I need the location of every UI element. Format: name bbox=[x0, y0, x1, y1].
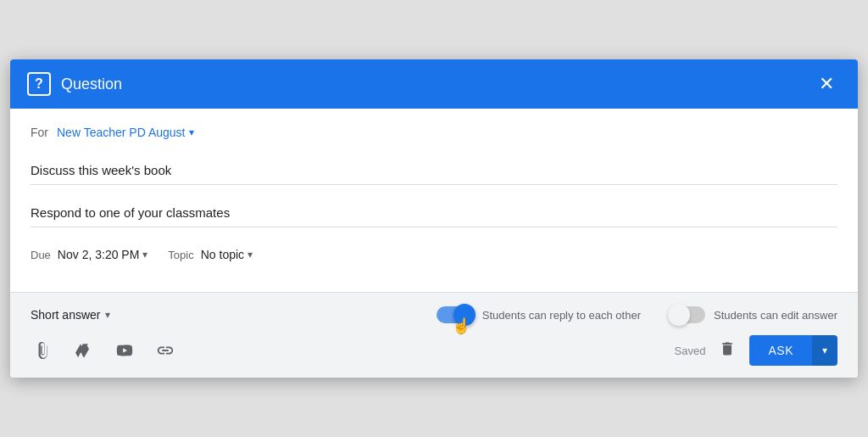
ask-dropdown-button[interactable]: ▾ bbox=[812, 335, 837, 366]
for-value-text: New Teacher PD August bbox=[57, 126, 186, 139]
answer-type-arrow: ▾ bbox=[105, 309, 110, 321]
footer-top: Short answer ▾ ☝ Students can reply to e… bbox=[31, 305, 837, 325]
attach-icons bbox=[31, 338, 178, 363]
delete-button[interactable] bbox=[715, 337, 739, 365]
saved-status: Saved bbox=[675, 345, 706, 357]
for-selector[interactable]: New Teacher PD August ▾ bbox=[57, 126, 194, 139]
edit-toggle[interactable] bbox=[668, 305, 705, 325]
header-left: ? Question bbox=[27, 72, 122, 96]
drive-icon bbox=[75, 341, 93, 360]
for-dropdown-arrow: ▾ bbox=[189, 126, 194, 138]
edit-toggle-label: Students can edit answer bbox=[714, 309, 837, 322]
question-instructions-input[interactable] bbox=[31, 199, 837, 227]
topic-label: Topic bbox=[168, 249, 193, 261]
attachment-button[interactable] bbox=[31, 338, 56, 363]
edit-toggle-thumb bbox=[668, 304, 690, 326]
footer-actions: Saved ASK ▾ bbox=[675, 335, 837, 366]
due-dropdown-arrow: ▾ bbox=[142, 249, 147, 261]
ask-dropdown-arrow: ▾ bbox=[822, 345, 827, 356]
meta-row: Due Nov 2, 3:20 PM ▾ Topic No topic ▾ bbox=[31, 248, 837, 275]
question-title-input[interactable] bbox=[31, 156, 837, 185]
youtube-button[interactable] bbox=[112, 338, 137, 363]
drive-button[interactable] bbox=[71, 338, 97, 363]
ask-button[interactable]: ASK bbox=[749, 335, 812, 366]
dialog-body: For New Teacher PD August ▾ Due Nov 2, 3… bbox=[10, 109, 858, 292]
footer-toggles: ☝ Students can reply to each other Stude… bbox=[131, 305, 837, 325]
for-label: For bbox=[31, 126, 48, 139]
reply-toggle-label: Students can reply to each other bbox=[482, 309, 641, 322]
reply-toggle[interactable]: ☝ bbox=[437, 305, 474, 325]
cursor-icon: ☝ bbox=[452, 317, 470, 335]
dialog-title: Question bbox=[61, 76, 122, 93]
footer-bottom: Saved ASK ▾ bbox=[31, 335, 837, 366]
topic-value-text: No topic bbox=[201, 248, 244, 261]
trash-icon bbox=[719, 340, 736, 357]
topic-dropdown-arrow: ▾ bbox=[248, 249, 253, 261]
due-value-text: Nov 2, 3:20 PM bbox=[58, 248, 140, 261]
question-dialog: ? Question ✕ For New Teacher PD August ▾… bbox=[10, 59, 858, 378]
youtube-icon bbox=[115, 341, 134, 360]
for-row: For New Teacher PD August ▾ bbox=[31, 126, 837, 139]
ask-group: ASK ▾ bbox=[749, 335, 837, 366]
link-button[interactable] bbox=[153, 338, 178, 363]
due-group: Due Nov 2, 3:20 PM ▾ bbox=[31, 248, 147, 261]
link-icon bbox=[156, 341, 175, 360]
paperclip-icon bbox=[34, 341, 53, 360]
answer-type-label: Short answer bbox=[31, 308, 100, 322]
due-label: Due bbox=[31, 249, 51, 261]
due-selector[interactable]: Nov 2, 3:20 PM ▾ bbox=[58, 248, 148, 261]
topic-selector[interactable]: No topic ▾ bbox=[201, 248, 253, 261]
close-button[interactable]: ✕ bbox=[812, 71, 841, 97]
question-icon: ? bbox=[27, 72, 51, 96]
dialog-footer: Short answer ▾ ☝ Students can reply to e… bbox=[10, 292, 858, 378]
topic-group: Topic No topic ▾ bbox=[168, 248, 253, 261]
dialog-header: ? Question ✕ bbox=[10, 59, 858, 109]
answer-type-selector[interactable]: Short answer ▾ bbox=[31, 308, 110, 322]
edit-toggle-group: Students can edit answer bbox=[668, 305, 837, 325]
reply-toggle-group: ☝ Students can reply to each other bbox=[437, 305, 641, 325]
